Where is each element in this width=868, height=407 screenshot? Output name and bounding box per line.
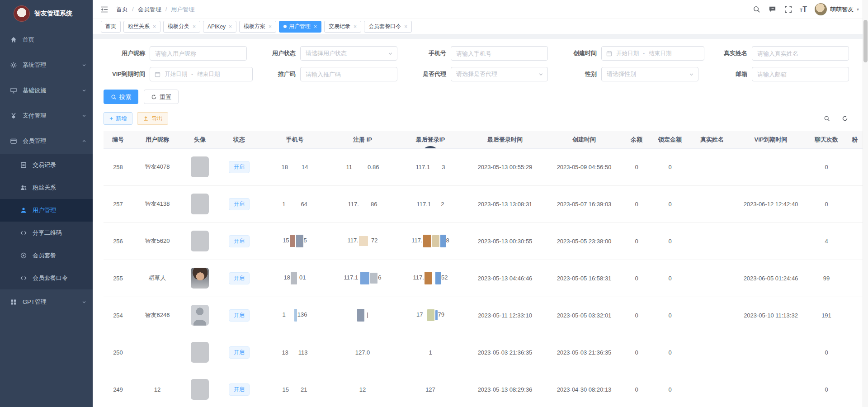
- sidebar-subitem-package-codes[interactable]: 会员套餐口令: [0, 267, 93, 289]
- sidebar-item-system[interactable]: 系统管理: [0, 52, 93, 78]
- table-row[interactable]: 256智友5620开启155117.72117.82023-05-13 00:3…: [104, 222, 864, 260]
- censor-block: [294, 309, 297, 322]
- chevron-down-icon: [689, 72, 694, 77]
- sidebar-subitem-member-packages[interactable]: 会员套餐: [0, 244, 93, 267]
- is-agent-select[interactable]: 请选择是否代理: [451, 67, 548, 81]
- cell-phone: 164: [261, 185, 329, 222]
- table-row[interactable]: 250开启13113127.012023-05-03 21:36:352023-…: [104, 334, 864, 371]
- cell-chat-count: 99: [807, 260, 846, 297]
- scrollbar-thumb[interactable]: [863, 20, 868, 62]
- target-icon: [20, 252, 27, 259]
- phone-input[interactable]: [451, 46, 548, 61]
- cell-nickname: 智友4138: [132, 185, 182, 222]
- cell-nickname: 智友6246: [132, 297, 182, 334]
- toggle-search-icon[interactable]: [821, 113, 833, 124]
- tab-close-icon[interactable]: ×: [314, 24, 317, 30]
- tab-package-codes[interactable]: 会员套餐口令×: [364, 21, 412, 33]
- tab-template-plan[interactable]: 模板方案×: [239, 21, 276, 33]
- calendar-icon: [155, 71, 160, 77]
- cell-locked-amount: 0: [651, 260, 689, 297]
- real-name-input[interactable]: [752, 46, 849, 61]
- cell-balance: 0: [623, 148, 651, 185]
- user-avatar: [815, 3, 827, 15]
- refresh-icon[interactable]: [839, 113, 851, 124]
- sidebar-item-infrastructure[interactable]: 基础设施: [0, 78, 93, 103]
- table-row[interactable]: 24912开启1521121272023-05-13 08:29:362023-…: [104, 371, 864, 407]
- chevron-down-icon: [82, 88, 86, 93]
- cell-register-ip: 110.86: [329, 148, 396, 185]
- cell-vip-expire: 2023-06-12 12:42:40: [735, 185, 807, 222]
- create-time-daterange[interactable]: 开始日期-结束日期: [601, 46, 704, 61]
- sidebar-item-home[interactable]: 首页: [0, 27, 93, 52]
- breadcrumb-item[interactable]: 首页: [116, 5, 128, 14]
- tab-close-icon[interactable]: ×: [153, 24, 156, 30]
- avatar: [191, 379, 209, 400]
- cell-chat-count: 0: [807, 148, 846, 185]
- tab-close-icon[interactable]: ×: [404, 24, 407, 30]
- sidebar-subitem-users[interactable]: 用户管理: [0, 199, 93, 222]
- avatar: [191, 342, 209, 363]
- filter-create-time: 创建时间开始日期-结束日期: [555, 46, 706, 61]
- sidebar-subitem-transactions[interactable]: 交易记录: [0, 154, 93, 176]
- tab-close-icon[interactable]: ×: [229, 24, 232, 30]
- table-row[interactable]: 258智友4078开启1814110.86117.132023-05-13 00…: [104, 148, 864, 185]
- avatar: [191, 305, 209, 326]
- cell-last-login-time: 2023-05-13 13:08:31: [464, 185, 546, 222]
- cell-balance: 0: [623, 371, 651, 407]
- cell-chat-count: 0: [807, 185, 846, 222]
- tab-apikey[interactable]: APIKey×: [203, 21, 236, 33]
- fullscreen-icon[interactable]: [784, 5, 792, 14]
- daterange-separator: -: [191, 71, 193, 77]
- search-icon[interactable]: [752, 5, 760, 14]
- user-status-select[interactable]: 请选择用户状态: [300, 46, 397, 61]
- table-row[interactable]: 257智友4138开启164117.86117.122023-05-13 13:…: [104, 185, 864, 222]
- tab-close-icon[interactable]: ×: [269, 24, 272, 30]
- menu-label: 会员套餐: [33, 251, 86, 260]
- reset-button[interactable]: 重置: [144, 90, 179, 104]
- cell-real-name: [689, 148, 735, 185]
- font-size-icon[interactable]: TT: [800, 6, 807, 13]
- vip-expire-daterange[interactable]: 开始日期-结束日期: [150, 67, 253, 81]
- email-input[interactable]: [752, 67, 849, 81]
- home-icon: [10, 36, 17, 43]
- cell-locked-amount: 0: [651, 185, 689, 222]
- table-row[interactable]: 255稻草人开启1801117.16117.522023-05-13 04:46…: [104, 260, 864, 297]
- cell-chat-count: 191: [807, 297, 846, 334]
- user-menu[interactable]: 萌萌智友 ▾: [815, 3, 859, 15]
- topbar-actions: TT 萌萌智友 ▾: [752, 3, 859, 15]
- cell-text: 12: [359, 386, 366, 393]
- tab-home[interactable]: 首页: [101, 21, 121, 33]
- cell-last-login-time: 2023-05-13 08:29:36: [464, 371, 546, 407]
- sidebar-subitem-share-qrcode[interactable]: 分享二维码: [0, 222, 93, 244]
- cell-created-time: 2023-05-05 03:32:01: [546, 297, 623, 334]
- cell-text: 8: [446, 237, 449, 244]
- cell-created-time: 2023-05-09 04:56:50: [546, 148, 623, 185]
- table-row[interactable]: 254智友6246开启1136|17792023-05-11 12:33:102…: [104, 297, 864, 334]
- tab-close-icon[interactable]: ×: [354, 24, 357, 30]
- tab-fans[interactable]: 粉丝关系×: [123, 21, 160, 33]
- tab-transactions[interactable]: 交易记录×: [324, 21, 361, 33]
- sidebar-subitem-fans[interactable]: 粉丝关系: [0, 176, 93, 199]
- cell-id: 256: [104, 222, 132, 260]
- export-button[interactable]: 导出: [137, 112, 168, 125]
- tab-template-category[interactable]: 模板分类×: [163, 21, 200, 33]
- breadcrumb-item[interactable]: 会员管理: [138, 5, 161, 14]
- cell-fans: [846, 297, 864, 334]
- nickname-input[interactable]: [150, 46, 247, 61]
- message-icon[interactable]: [768, 5, 776, 14]
- daterange-separator: -: [643, 50, 645, 57]
- search-button[interactable]: 搜索: [104, 90, 138, 104]
- sidebar-item-gpt[interactable]: GPT管理: [0, 289, 93, 315]
- promo-code-input[interactable]: [300, 67, 397, 81]
- gender-select[interactable]: 请选择性别: [601, 67, 698, 81]
- tab-users[interactable]: 用户管理×: [279, 21, 321, 33]
- user-table-wrap: 编号用户昵称头像状态手机号注册 IP最后登录IP最后登录时间创建时间余额锁定金额…: [104, 131, 868, 407]
- cell-text: 17: [416, 311, 423, 318]
- sidebar-collapse-icon[interactable]: [100, 5, 109, 14]
- add-button[interactable]: + 新增: [104, 112, 132, 125]
- sidebar-item-payment[interactable]: 支付管理: [0, 103, 93, 128]
- sidebar-item-member[interactable]: 会员管理: [0, 128, 93, 154]
- tab-close-icon[interactable]: ×: [193, 24, 196, 30]
- cell-text: 1: [282, 201, 285, 208]
- cell-register-ip: |: [329, 297, 396, 334]
